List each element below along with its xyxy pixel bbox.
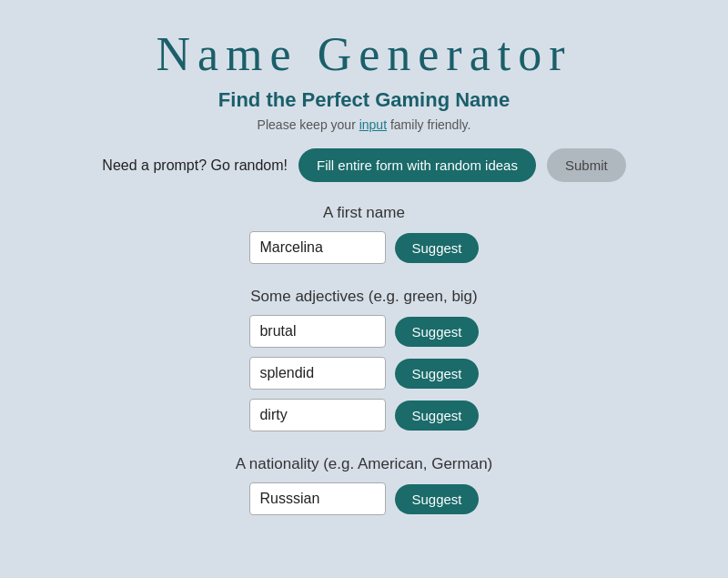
submit-button[interactable]: Submit bbox=[547, 148, 626, 182]
subtitle: Find the Perfect Gaming Name bbox=[218, 88, 510, 112]
adjective2-input[interactable] bbox=[249, 357, 386, 390]
adjectives-label: Some adjectives (e.g. green, big) bbox=[250, 288, 477, 306]
adjective1-input[interactable] bbox=[249, 315, 386, 348]
input-link: input bbox=[359, 117, 387, 132]
nationality-suggest-button[interactable]: Suggest bbox=[395, 484, 478, 514]
nationality-input[interactable] bbox=[249, 482, 386, 515]
nationality-input-row: Suggest bbox=[249, 482, 478, 515]
first-name-suggest-button[interactable]: Suggest bbox=[395, 233, 478, 263]
random-prompt-text: Need a prompt? Go random! bbox=[102, 157, 288, 174]
first-name-input-row: Suggest bbox=[249, 231, 478, 264]
random-row: Need a prompt? Go random! Fill entire fo… bbox=[36, 148, 692, 182]
nationality-section: A nationality (e.g. American, German) Su… bbox=[36, 455, 692, 524]
adjective2-suggest-button[interactable]: Suggest bbox=[395, 359, 478, 389]
adjective2-input-row: Suggest bbox=[249, 357, 478, 390]
adjective3-suggest-button[interactable]: Suggest bbox=[395, 401, 478, 431]
adjective1-suggest-button[interactable]: Suggest bbox=[395, 317, 478, 347]
adjective1-input-row: Suggest bbox=[249, 315, 478, 348]
first-name-input[interactable] bbox=[249, 231, 386, 264]
adjective3-input[interactable] bbox=[249, 399, 386, 431]
adjective3-input-row: Suggest bbox=[249, 399, 478, 431]
family-friendly-note: Please keep your input family friendly. bbox=[258, 117, 471, 132]
nationality-label: A nationality (e.g. American, German) bbox=[236, 455, 493, 473]
first-name-section: A first name Suggest bbox=[36, 204, 692, 273]
page-title: Name Generator bbox=[156, 27, 571, 81]
first-name-label: A first name bbox=[323, 204, 405, 222]
fill-random-button[interactable]: Fill entire form with random ideas bbox=[298, 148, 536, 182]
adjectives-section: Some adjectives (e.g. green, big) Sugges… bbox=[36, 288, 692, 441]
